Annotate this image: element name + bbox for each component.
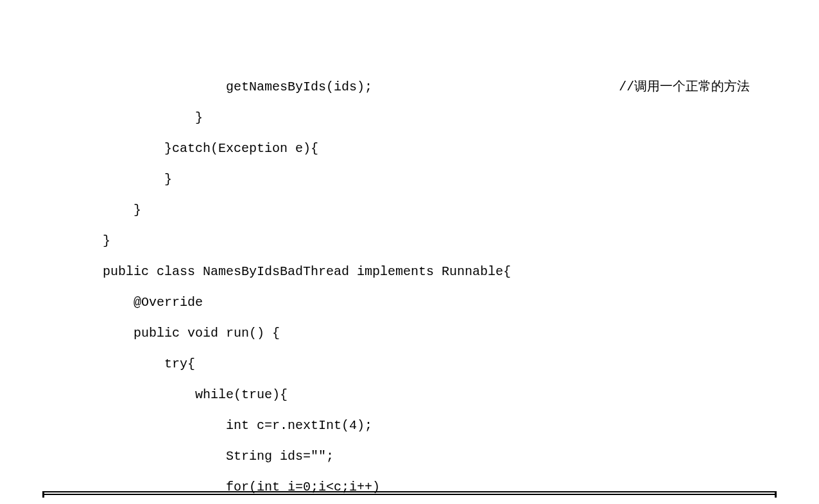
code-line: public class NamesByIdsBadThread impleme… (72, 264, 819, 280)
code-line: while(true){ (72, 387, 819, 403)
code-line: @Override (72, 295, 819, 310)
code-line: } (72, 110, 819, 126)
code-line: getNamesByIds(ids); //调用一个正常的方法 (72, 80, 819, 95)
code-line: } (72, 203, 819, 218)
code-line: } (72, 172, 819, 187)
code-line: } (72, 233, 819, 249)
code-line: }catch(Exception e){ (72, 141, 819, 156)
horizontal-rule (42, 491, 777, 495)
code-line: try{ (72, 357, 819, 372)
code-line: public void run() { (72, 326, 819, 341)
code-block: getNamesByIds(ids); //调用一个正常的方法 } }catch… (0, 0, 819, 504)
code-line: int c=r.nextInt(4); (72, 418, 819, 433)
code-line: String ids=""; (72, 449, 819, 464)
